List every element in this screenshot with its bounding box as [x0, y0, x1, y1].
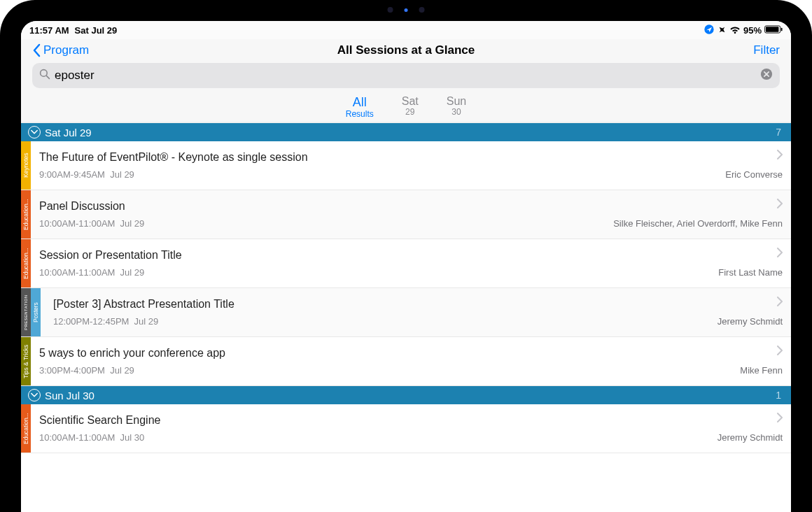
day-count: 1 [776, 390, 784, 401]
device-frame: 11:57 AM Sat Jul 29 95% [0, 0, 812, 512]
tab-bottom-label: 29 [402, 108, 419, 118]
category-tags: Education... [21, 239, 31, 287]
svg-rect-2 [766, 27, 779, 31]
session-body: Session or Presentation Title 10:00AM-11… [31, 239, 791, 287]
day-header[interactable]: Sun Jul 30 1 [21, 386, 791, 404]
session-row[interactable]: Education... Scientific Search Engine 10… [21, 404, 791, 453]
clear-icon[interactable] [760, 68, 773, 83]
day-count: 7 [776, 127, 784, 138]
session-meta: 10:00AM-11:00AM Jul 29 First Last Name [39, 267, 783, 278]
day-label: Sun Jul 30 [45, 390, 94, 401]
category-tag-presentation: PRESENTATION [21, 288, 31, 336]
category-tag-keynotes: Keynotes [21, 141, 31, 190]
session-body: Panel Discussion 10:00AM-11:00AM Jul 29 … [31, 190, 791, 239]
tab-top-label: Sat [402, 95, 419, 108]
svg-point-4 [41, 70, 48, 77]
session-body: Scientific Search Engine 10:00AM-11:00AM… [31, 404, 791, 453]
chevron-left-icon [32, 43, 41, 57]
svg-rect-3 [781, 28, 783, 31]
search-icon [39, 69, 50, 83]
category-tag-education: Education... [21, 239, 31, 287]
day-label: Sat Jul 29 [45, 127, 92, 138]
category-tag-posters: Posters [31, 288, 41, 336]
day-tabs: AllResultsSat29Sun30 [21, 92, 791, 123]
wifi-icon [729, 25, 741, 36]
session-speakers: Silke Fleischer, Ariel Overdorff, Mike F… [613, 218, 783, 229]
status-right: 95% [704, 24, 783, 37]
battery-icon [764, 25, 783, 36]
tab-top-label: All [346, 95, 374, 110]
page-title: All Sessions at a Glance [337, 43, 475, 57]
category-tags: Education... [21, 190, 31, 239]
tab-sun[interactable]: Sun30 [447, 95, 466, 119]
session-meta: 9:00AM-9:45AM Jul 29 Eric Converse [39, 169, 783, 180]
session-time: 10:00AM-11:00AM Jul 30 [39, 432, 144, 443]
session-speakers: Jeremy Schmidt [718, 316, 783, 327]
category-tags: Tips & Tricks [21, 337, 31, 385]
session-body: The Future of EventPilot® - Keynote as s… [31, 141, 791, 190]
session-time: 3:00PM-4:00PM Jul 29 [39, 365, 134, 376]
chevron-right-icon [777, 248, 783, 260]
chevron-right-icon [777, 297, 783, 309]
back-label: Program [43, 43, 89, 57]
session-title: [Poster 3] Abstract Presentation Title [53, 298, 783, 311]
session-title: The Future of EventPilot® - Keynote as s… [39, 151, 783, 164]
session-time: 10:00AM-11:00AM Jul 29 [39, 267, 144, 278]
tab-bottom-label: 30 [447, 108, 466, 118]
session-time: 12:00PM-12:45PM Jul 29 [53, 316, 158, 327]
session-title: Scientific Search Engine [39, 414, 783, 427]
back-button[interactable]: Program [32, 43, 89, 57]
status-bar: 11:57 AM Sat Jul 29 95% [21, 21, 791, 39]
status-time: 11:57 AM [29, 25, 69, 36]
status-date: Sat Jul 29 [75, 25, 118, 36]
screen: 11:57 AM Sat Jul 29 95% [21, 21, 791, 512]
camera-dot [405, 8, 408, 12]
airplane-icon [718, 25, 727, 36]
session-row[interactable]: Tips & Tricks 5 ways to enrich your conf… [21, 337, 791, 386]
collapse-icon [28, 126, 41, 138]
session-body: 5 ways to enrich your conference app 3:0… [31, 337, 791, 385]
session-time: 10:00AM-11:00AM Jul 29 [39, 218, 144, 229]
chevron-right-icon [777, 413, 783, 425]
session-speakers: Eric Converse [725, 169, 783, 180]
session-meta: 3:00PM-4:00PM Jul 29 Mike Fenn [39, 365, 783, 376]
session-row[interactable]: Education... Session or Presentation Tit… [21, 239, 791, 288]
category-tag-education: Education... [21, 190, 31, 239]
tab-top-label: Sun [447, 95, 466, 108]
search-input[interactable] [55, 69, 756, 83]
session-speakers: First Last Name [718, 267, 783, 278]
search-box[interactable] [32, 63, 780, 88]
session-list[interactable]: Sat Jul 29 7 Keynotes The Future of Even… [21, 123, 791, 453]
location-icon [704, 24, 715, 37]
category-tag-education: Education... [21, 404, 31, 453]
session-title: Session or Presentation Title [39, 249, 783, 262]
session-time: 9:00AM-9:45AM Jul 29 [39, 169, 134, 180]
session-title: Panel Discussion [39, 200, 783, 213]
nav-bar: Program All Sessions at a Glance Filter [21, 39, 791, 63]
tab-bottom-label: Results [346, 110, 374, 120]
session-row[interactable]: Keynotes The Future of EventPilot® - Key… [21, 141, 791, 190]
session-speakers: Jeremy Schmidt [718, 432, 783, 443]
filter-button[interactable]: Filter [753, 43, 780, 57]
category-tags: Education... [21, 404, 31, 453]
category-tags: PRESENTATIONPosters [21, 288, 41, 336]
session-speakers: Mike Fenn [740, 365, 783, 376]
day-header[interactable]: Sat Jul 29 7 [21, 123, 791, 141]
tab-sat[interactable]: Sat29 [402, 95, 419, 119]
session-title: 5 ways to enrich your conference app [39, 347, 783, 360]
camera-dot [388, 7, 393, 13]
chevron-right-icon [777, 346, 783, 358]
status-left: 11:57 AM Sat Jul 29 [29, 25, 117, 36]
battery-percent: 95% [743, 25, 762, 36]
session-body: [Poster 3] Abstract Presentation Title 1… [41, 288, 791, 336]
session-meta: 12:00PM-12:45PM Jul 29 Jeremy Schmidt [53, 316, 783, 327]
chevron-right-icon [777, 150, 783, 162]
session-row[interactable]: Education... Panel Discussion 10:00AM-11… [21, 190, 791, 239]
camera-dot [419, 7, 425, 13]
device-camera-cluster [388, 7, 425, 13]
session-meta: 10:00AM-11:00AM Jul 30 Jeremy Schmidt [39, 432, 783, 443]
svg-line-5 [46, 76, 49, 78]
session-row[interactable]: PRESENTATIONPosters [Poster 3] Abstract … [21, 288, 791, 337]
tab-all[interactable]: AllResults [346, 95, 374, 119]
category-tags: Keynotes [21, 141, 31, 190]
